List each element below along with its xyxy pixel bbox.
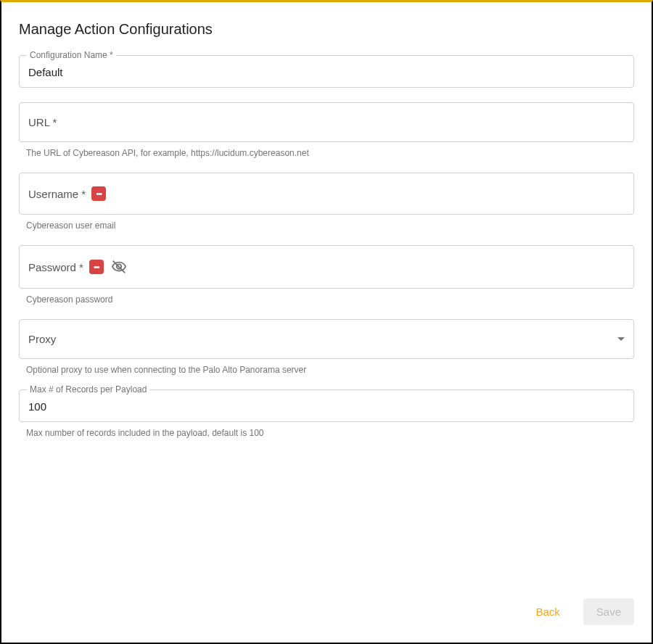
proxy-helper: Optional proxy to use when connecting to…	[19, 365, 634, 375]
username-field-wrapper: Username * •••	[19, 173, 634, 215]
field-group-config-name: Configuration Name *	[19, 55, 634, 88]
max-records-helper: Max number of records included in the pa…	[19, 428, 634, 438]
max-records-field-wrapper: Max # of Records per Payload	[19, 389, 634, 422]
dialog-container: Manage Action Configurations Configurati…	[0, 0, 653, 644]
proxy-select[interactable]: Proxy	[19, 319, 634, 359]
config-name-label: Configuration Name *	[27, 50, 116, 60]
chevron-down-icon	[617, 337, 625, 341]
save-button[interactable]: Save	[583, 598, 634, 625]
field-group-max-records: Max # of Records per Payload Max number …	[19, 389, 634, 438]
field-group-password: Password * ••• Cybereason password	[19, 245, 634, 305]
back-button[interactable]: Back	[527, 600, 568, 624]
dialog-footer: Back Save	[527, 598, 634, 625]
page-title: Manage Action Configurations	[19, 21, 634, 38]
field-group-username: Username * ••• Cybereason user email	[19, 173, 634, 231]
config-name-input[interactable]	[28, 66, 625, 78]
url-field-wrapper: URL *	[19, 102, 634, 142]
config-name-field-wrapper: Configuration Name *	[19, 55, 634, 88]
password-field-wrapper: Password * •••	[19, 245, 634, 289]
field-group-proxy: Proxy Optional proxy to use when connect…	[19, 319, 634, 375]
max-records-input[interactable]	[28, 400, 625, 413]
max-records-label: Max # of Records per Payload	[27, 384, 149, 395]
proxy-label: Proxy	[28, 333, 612, 345]
password-helper: Cybereason password	[19, 294, 634, 305]
url-helper: The URL of Cybereason API, for example, …	[19, 148, 634, 158]
field-group-url: URL * The URL of Cybereason API, for exa…	[19, 102, 634, 158]
username-helper: Cybereason user email	[19, 220, 634, 231]
